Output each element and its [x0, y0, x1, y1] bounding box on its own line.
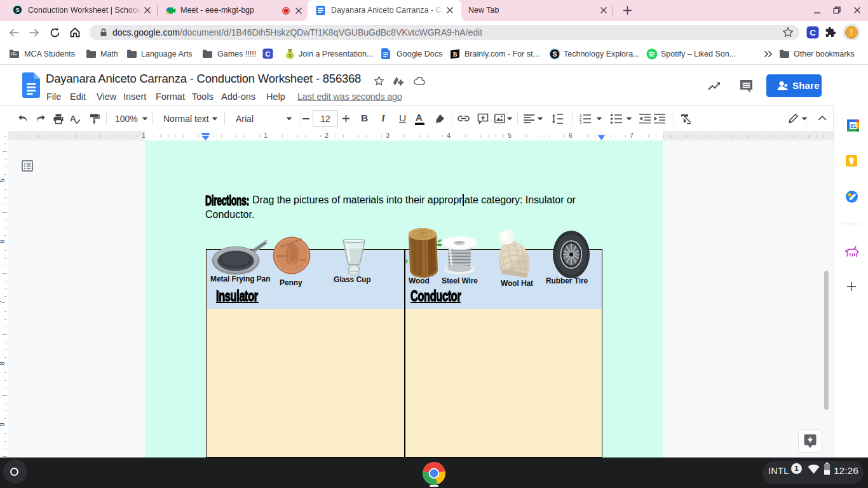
svg-text:4: 4	[447, 132, 451, 139]
svg-text:2: 2	[325, 132, 329, 139]
svg-text:6: 6	[0, 240, 6, 243]
svg-text:S: S	[552, 50, 557, 58]
svg-text:9: 9	[0, 423, 6, 426]
svg-text:2011: 2011	[300, 259, 306, 262]
svg-text:1: 1	[264, 132, 268, 139]
svg-text:6: 6	[569, 132, 573, 139]
svg-text:5: 5	[0, 179, 6, 182]
svg-text:5: 5	[508, 132, 512, 139]
svg-text:$: $	[288, 53, 292, 58]
svg-text:C: C	[810, 28, 816, 37]
svg-text:3: 3	[386, 132, 390, 139]
svg-text:B: B	[453, 51, 458, 58]
svg-text:8: 8	[0, 362, 6, 365]
svg-text:7: 7	[0, 301, 6, 304]
svg-text:3: 3	[580, 121, 582, 124]
svg-text:31: 31	[850, 123, 857, 129]
svg-text:C: C	[265, 50, 270, 58]
svg-text:S: S	[15, 6, 19, 13]
svg-text:7: 7	[630, 132, 634, 139]
svg-text:LIBERTY: LIBERTY	[276, 254, 288, 257]
svg-text:1: 1	[142, 132, 146, 139]
